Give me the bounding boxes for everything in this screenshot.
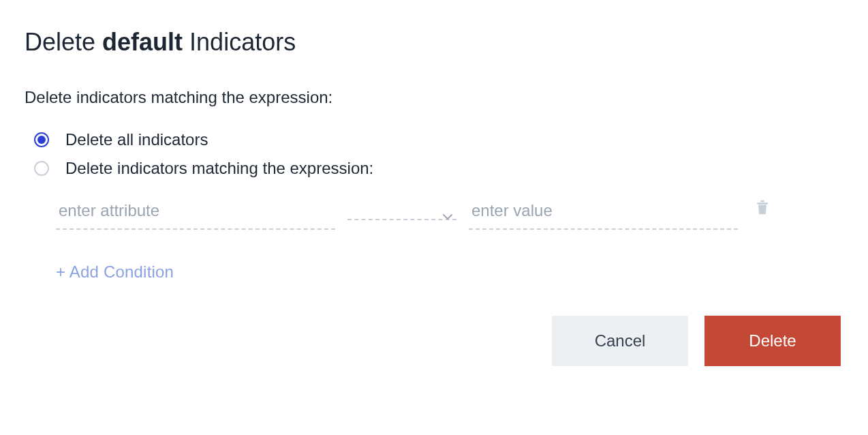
option-delete-matching[interactable]: Delete indicators matching the expressio… [34, 159, 843, 178]
chevron-down-icon [441, 212, 454, 224]
title-prefix: Delete [25, 28, 102, 56]
dialog-title: Delete default Indicators [25, 27, 843, 57]
trash-icon [755, 199, 770, 218]
delete-button[interactable]: Delete [704, 316, 841, 366]
attribute-input[interactable] [56, 196, 335, 230]
svg-rect-1 [760, 200, 764, 202]
dialog-delete-indicators: Delete default Indicators Delete indicat… [0, 0, 868, 393]
title-emphasis: default [102, 28, 183, 56]
radio-delete-all[interactable] [34, 132, 49, 147]
svg-rect-0 [757, 202, 767, 205]
condition-row [56, 196, 843, 230]
dialog-subtitle: Delete indicators matching the expressio… [25, 88, 843, 107]
value-field-wrap [469, 196, 738, 230]
option-delete-all-label: Delete all indicators [65, 130, 208, 149]
operator-select[interactable] [347, 205, 456, 220]
attribute-field-wrap [56, 196, 335, 230]
cancel-button[interactable]: Cancel [552, 316, 688, 366]
delete-condition-button[interactable] [753, 199, 772, 218]
option-delete-all[interactable]: Delete all indicators [34, 130, 843, 149]
dialog-footer: Cancel Delete [25, 316, 843, 366]
add-condition-button[interactable]: + Add Condition [56, 262, 174, 282]
conditions-area: + Add Condition [25, 196, 843, 282]
title-suffix: Indicators [183, 28, 296, 56]
delete-scope-options: Delete all indicators Delete indicators … [25, 130, 843, 178]
radio-delete-matching[interactable] [34, 161, 49, 176]
value-input[interactable] [469, 196, 738, 230]
option-delete-matching-label: Delete indicators matching the expressio… [65, 159, 373, 178]
